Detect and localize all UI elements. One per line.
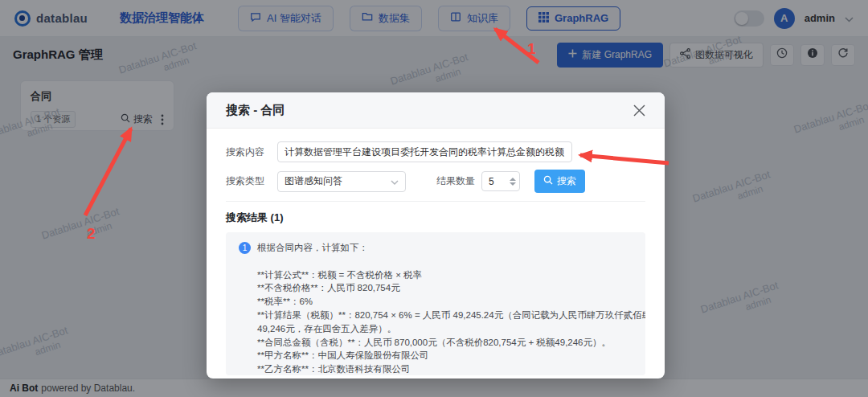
result-line: **税率**：6% [257,295,639,309]
type-label: 搜索类型 [226,174,271,188]
search-type-value: 图谱感知问答 [285,174,342,188]
query-row: 搜索内容 [226,141,645,162]
result-line: **甲方名称**：中国人寿保险股份有限公司 [257,349,639,362]
result-line: 49,246元，存在四舍五入差异）。 [257,322,639,336]
result-count-input[interactable]: 5 [481,171,520,191]
result-body: **计算公式**：税额 = 不含税价格 × 税率 **不含税价格**：人民币 8… [257,255,639,375]
result-line: **计算公式**：税额 = 不含税价格 × 税率 [257,268,639,282]
results-heading: 搜索结果 (1) [226,201,645,225]
result-line: 根据合同内容，计算如下： [257,241,368,255]
result-line: **计算结果（税额）**：820,754 × 6% = 人民币 49,245.2… [257,309,639,322]
search-query-input[interactable] [277,141,572,162]
chevron-down-icon [391,176,399,187]
app-screen: datablau 数据治理智能体 AI 智能对话 数据集 [0,0,868,397]
close-icon[interactable] [633,104,645,117]
query-label: 搜索内容 [226,145,271,159]
modal-header: 搜索 - 合同 [207,92,665,129]
modal-search-button[interactable]: 搜索 [534,170,585,193]
result-line: **合同总金额（含税）**：人民币 870,000元（不含税价820,754元 … [257,336,639,350]
result-line: **乙方名称**：北京数语科技有限公司 [257,362,639,375]
result-line: **不含税价格**：人民币 820,754元 [257,281,639,295]
modal-body: 搜索内容 搜索类型 图谱感知问答 结果数量 5 [207,129,665,379]
result-line [257,255,639,268]
search-modal: 搜索 - 合同 搜索内容 搜索类型 图谱感知问答 [207,92,665,379]
modal-title: 搜索 - 合同 [226,103,285,118]
search-type-select[interactable]: 图谱感知问答 [277,171,406,192]
modal-search-label: 搜索 [557,174,576,188]
result-item: 1 根据合同内容，计算如下： **计算公式**：税额 = 不含税价格 × 税率 … [226,232,645,375]
result-index-badge: 1 [239,242,251,254]
options-row: 搜索类型 图谱感知问答 结果数量 5 [226,170,645,193]
search-icon [543,175,553,187]
count-label: 结果数量 [436,174,475,188]
number-stepper[interactable] [510,178,516,186]
result-first-line: 1 根据合同内容，计算如下： [239,241,639,255]
result-count-value: 5 [489,176,494,187]
